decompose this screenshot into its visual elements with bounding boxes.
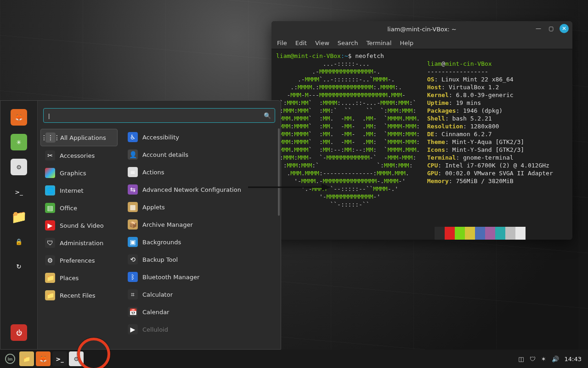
window-close-button[interactable]: ✕ <box>560 24 569 33</box>
menu-category[interactable]: ✂Accessories <box>40 147 118 164</box>
category-icon: ✂ <box>45 150 55 161</box>
category-icon: 📁 <box>45 290 55 300</box>
terminal-launcher[interactable]: >_ <box>52 351 67 366</box>
category-icon: 📁 <box>45 273 55 283</box>
menu-app-item[interactable]: ⌗Calculator <box>123 286 278 303</box>
menu-apps-list: ♿Accessibility👤Account details≡Actions⇆A… <box>120 126 281 349</box>
menu-scrollbar[interactable] <box>278 128 280 216</box>
app-label: Bluetooth Manager <box>142 274 199 281</box>
menu-category[interactable]: ⚙Preferences <box>40 252 118 269</box>
category-icon: 🌐 <box>45 185 55 196</box>
menu-category[interactable]: 🛡Administration <box>40 235 118 251</box>
app-label: Accessibility <box>142 134 179 141</box>
search-icon: 🔍 <box>264 112 271 119</box>
category-label: Graphics <box>60 170 86 177</box>
menu-app-item[interactable]: 📦Archive Manager <box>123 216 278 233</box>
app-icon: ♿ <box>128 132 138 142</box>
terminal-menu-search[interactable]: Search <box>338 40 358 46</box>
menu-category[interactable]: 🌐Internet <box>40 182 118 199</box>
category-label: Recent Files <box>60 292 96 299</box>
menu-sidebar: 🦊✳⚙>_📁🔒↻⏻ <box>0 101 38 349</box>
terminal-title-text: liam@mint-cin-VBox: ~ <box>387 26 457 33</box>
app-icon: ⇆ <box>128 184 138 195</box>
menu-search-input[interactable] <box>47 112 261 120</box>
terminal-menubar: FileEditViewSearchTerminalHelp <box>271 37 572 49</box>
window-maximize-button[interactable]: ▢ <box>547 24 556 33</box>
menu-category[interactable]: 📁Recent Files <box>40 287 118 304</box>
menu-category[interactable]: ▤Office <box>40 200 118 216</box>
network-icon[interactable]: ✶ <box>541 356 546 362</box>
app-label: Archive Manager <box>142 221 193 228</box>
menu-category[interactable]: 📁Places <box>40 270 118 286</box>
menu-app-item[interactable]: ▦Applets <box>123 199 278 215</box>
category-label: Preferences <box>60 257 95 264</box>
category-label: All Applications <box>60 134 106 141</box>
menu-category[interactable]: ⋮⋮⋮All Applications <box>40 129 118 146</box>
taskbar-clock[interactable]: 14:43 <box>565 356 582 362</box>
app-icon: ▦ <box>128 202 138 212</box>
app-label: Backgrounds <box>142 239 181 246</box>
menu-app-item[interactable]: ⟲Backup Tool <box>123 251 278 268</box>
menu-app-item[interactable]: ▣Backgrounds <box>123 234 278 250</box>
chat-icon[interactable]: ✳ <box>11 134 27 150</box>
category-label: Accessories <box>60 152 95 159</box>
category-label: Places <box>60 275 79 282</box>
category-icon: ⚙ <box>45 255 55 265</box>
logout-icon[interactable]: ↻ <box>11 258 27 275</box>
files-icon[interactable]: 📁 <box>11 208 27 225</box>
category-label: Administration <box>60 240 103 247</box>
menu-app-item[interactable]: ᛒBluetooth Manager <box>123 269 278 285</box>
app-label: Calculator <box>142 291 173 298</box>
menu-button[interactable]: lm <box>3 351 17 366</box>
app-icon: ≡ <box>128 167 138 177</box>
menu-search[interactable]: 🔍 <box>43 108 275 123</box>
terminal-menu-view[interactable]: View <box>315 40 329 46</box>
terminal-menu-file[interactable]: File <box>277 40 287 46</box>
menu-app-item[interactable]: ▶Celluloid <box>123 321 278 338</box>
terminal-body[interactable]: liam@mint-cin-VBox:~$ neofetch ...-:::::… <box>271 49 572 240</box>
category-label: Internet <box>60 187 84 194</box>
window-minimize-button[interactable]: — <box>534 24 543 33</box>
menu-app-item[interactable]: ♿Accessibility <box>123 129 278 145</box>
menu-app-item[interactable]: ≡Actions <box>123 164 278 180</box>
settings-icon[interactable]: ⚙ <box>11 159 27 175</box>
system-tray: ◫🛡✶🔊14:43 <box>518 356 585 362</box>
power-icon[interactable]: ⏻ <box>11 324 27 341</box>
terminal-titlebar[interactable]: liam@mint-cin-VBox: ~ — ▢ ✕ <box>271 21 572 37</box>
terminal-icon[interactable]: >_ <box>11 184 27 200</box>
category-icon: 🛡 <box>45 238 55 248</box>
workspace-icon[interactable]: ◫ <box>518 356 524 362</box>
app-label: Calendar <box>142 309 169 316</box>
shield-icon[interactable]: 🛡 <box>530 356 536 362</box>
terminal-menu-edit[interactable]: Edit <box>295 40 307 46</box>
terminal-menu-terminal[interactable]: Terminal <box>366 40 391 46</box>
menu-categories: ⋮⋮⋮All Applications✂AccessoriesGraphics🌐… <box>38 126 120 349</box>
category-icon: ⋮⋮⋮ <box>45 132 56 143</box>
annotation-highlight-circle <box>77 338 110 368</box>
lock-icon[interactable]: 🔒 <box>11 233 27 250</box>
app-icon: ▶ <box>128 324 138 334</box>
app-label: Actions <box>142 169 164 176</box>
app-icon: 📦 <box>128 219 138 230</box>
menu-app-item[interactable]: 📅Calendar <box>123 304 278 320</box>
menu-category[interactable]: Graphics <box>40 165 118 181</box>
app-icon: ⟲ <box>128 254 138 264</box>
terminal-window: liam@mint-cin-VBox: ~ — ▢ ✕ FileEditView… <box>271 21 572 240</box>
app-icon: ⌗ <box>128 289 138 299</box>
menu-app-item[interactable]: ⇆Advanced Network Configuration <box>123 181 278 198</box>
app-label: Applets <box>142 204 165 211</box>
category-icon <box>45 168 55 178</box>
files-launcher[interactable]: 📁 <box>19 351 34 366</box>
firefox-icon[interactable]: 🦊 <box>11 109 27 126</box>
menu-category[interactable]: ▶Sound & Video <box>40 217 118 234</box>
app-label: Celluloid <box>142 326 168 333</box>
category-icon: ▶ <box>45 220 55 230</box>
volume-icon[interactable]: 🔊 <box>552 356 559 362</box>
svg-text:lm: lm <box>8 357 13 362</box>
firefox-launcher[interactable]: 🦊 <box>36 351 51 366</box>
app-icon: 📅 <box>128 307 138 317</box>
app-icon: 👤 <box>128 150 138 160</box>
menu-app-item[interactable]: 👤Account details <box>123 146 278 163</box>
terminal-menu-help[interactable]: Help <box>400 40 413 46</box>
app-icon: ▣ <box>128 237 138 247</box>
